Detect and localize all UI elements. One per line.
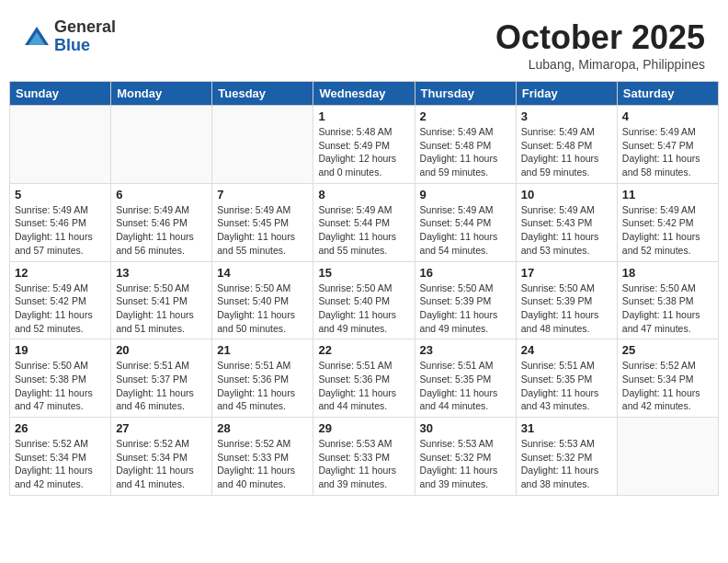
calendar-table: SundayMondayTuesdayWednesdayThursdayFrid… — [9, 81, 719, 496]
day-number: 15 — [318, 266, 409, 280]
day-number: 23 — [420, 343, 511, 357]
day-cell-26: 26Sunrise: 5:52 AMSunset: 5:34 PMDayligh… — [10, 418, 111, 496]
weekday-header-monday: Monday — [111, 82, 212, 106]
week-row-1: 1Sunrise: 5:48 AMSunset: 5:49 PMDaylight… — [10, 106, 719, 184]
day-info: Sunrise: 5:53 AMSunset: 5:32 PMDaylight:… — [420, 437, 511, 491]
logo-general-text: General — [54, 18, 116, 37]
week-row-4: 19Sunrise: 5:50 AMSunset: 5:38 PMDayligh… — [10, 339, 719, 418]
day-number: 25 — [622, 343, 713, 357]
calendar-title: October 2025 — [495, 18, 705, 57]
day-info: Sunrise: 5:52 AMSunset: 5:34 PMDaylight:… — [622, 359, 713, 413]
day-info: Sunrise: 5:52 AMSunset: 5:34 PMDaylight:… — [116, 437, 207, 491]
day-info: Sunrise: 5:48 AMSunset: 5:49 PMDaylight:… — [318, 125, 409, 179]
day-number: 17 — [521, 266, 612, 280]
day-cell-17: 17Sunrise: 5:50 AMSunset: 5:39 PMDayligh… — [516, 261, 617, 339]
day-number: 11 — [622, 188, 713, 201]
day-number: 19 — [15, 343, 106, 357]
day-info: Sunrise: 5:49 AMSunset: 5:46 PMDaylight:… — [15, 203, 106, 258]
day-number: 9 — [420, 188, 511, 201]
day-info: Sunrise: 5:49 AMSunset: 5:44 PMDaylight:… — [420, 203, 511, 258]
day-info: Sunrise: 5:49 AMSunset: 5:44 PMDaylight:… — [318, 203, 409, 258]
day-cell-31: 31Sunrise: 5:53 AMSunset: 5:32 PMDayligh… — [516, 418, 617, 496]
week-row-3: 12Sunrise: 5:49 AMSunset: 5:42 PMDayligh… — [10, 261, 719, 339]
day-info: Sunrise: 5:50 AMSunset: 5:38 PMDaylight:… — [622, 282, 713, 336]
day-number: 5 — [15, 188, 106, 201]
day-cell-24: 24Sunrise: 5:51 AMSunset: 5:35 PMDayligh… — [516, 339, 617, 418]
day-info: Sunrise: 5:50 AMSunset: 5:39 PMDaylight:… — [521, 282, 612, 336]
day-cell-11: 11Sunrise: 5:49 AMSunset: 5:42 PMDayligh… — [617, 183, 718, 261]
day-cell-22: 22Sunrise: 5:51 AMSunset: 5:36 PMDayligh… — [313, 339, 415, 418]
day-info: Sunrise: 5:51 AMSunset: 5:37 PMDaylight:… — [116, 359, 207, 413]
empty-cell — [212, 106, 313, 184]
day-cell-29: 29Sunrise: 5:53 AMSunset: 5:33 PMDayligh… — [313, 418, 415, 496]
day-info: Sunrise: 5:49 AMSunset: 5:47 PMDaylight:… — [622, 125, 713, 179]
day-number: 14 — [217, 266, 308, 280]
empty-cell — [111, 106, 212, 184]
weekday-header-thursday: Thursday — [415, 82, 516, 106]
day-cell-9: 9Sunrise: 5:49 AMSunset: 5:44 PMDaylight… — [415, 183, 516, 261]
weekday-header-friday: Friday — [516, 82, 617, 106]
day-cell-13: 13Sunrise: 5:50 AMSunset: 5:41 PMDayligh… — [111, 261, 212, 339]
week-row-5: 26Sunrise: 5:52 AMSunset: 5:34 PMDayligh… — [10, 418, 719, 496]
day-info: Sunrise: 5:51 AMSunset: 5:36 PMDaylight:… — [318, 359, 409, 413]
day-info: Sunrise: 5:49 AMSunset: 5:42 PMDaylight:… — [15, 282, 106, 336]
day-cell-30: 30Sunrise: 5:53 AMSunset: 5:32 PMDayligh… — [415, 418, 516, 496]
day-cell-2: 2Sunrise: 5:49 AMSunset: 5:48 PMDaylight… — [415, 106, 516, 184]
day-number: 18 — [622, 266, 713, 280]
day-cell-16: 16Sunrise: 5:50 AMSunset: 5:39 PMDayligh… — [415, 261, 516, 339]
day-number: 28 — [217, 421, 308, 435]
day-cell-25: 25Sunrise: 5:52 AMSunset: 5:34 PMDayligh… — [617, 339, 718, 418]
day-number: 20 — [116, 343, 207, 357]
weekday-header-saturday: Saturday — [617, 82, 718, 106]
day-number: 24 — [521, 343, 612, 357]
day-info: Sunrise: 5:50 AMSunset: 5:39 PMDaylight:… — [420, 282, 511, 336]
day-number: 26 — [15, 421, 106, 435]
day-cell-23: 23Sunrise: 5:51 AMSunset: 5:35 PMDayligh… — [415, 339, 516, 418]
day-info: Sunrise: 5:53 AMSunset: 5:32 PMDaylight:… — [521, 437, 612, 491]
day-number: 6 — [116, 188, 207, 201]
day-info: Sunrise: 5:49 AMSunset: 5:48 PMDaylight:… — [521, 125, 612, 179]
day-cell-10: 10Sunrise: 5:49 AMSunset: 5:43 PMDayligh… — [516, 183, 617, 261]
day-info: Sunrise: 5:49 AMSunset: 5:48 PMDaylight:… — [420, 125, 511, 179]
day-cell-28: 28Sunrise: 5:52 AMSunset: 5:33 PMDayligh… — [212, 418, 313, 496]
day-cell-3: 3Sunrise: 5:49 AMSunset: 5:48 PMDaylight… — [516, 106, 617, 184]
day-info: Sunrise: 5:49 AMSunset: 5:43 PMDaylight:… — [521, 203, 612, 258]
day-cell-21: 21Sunrise: 5:51 AMSunset: 5:36 PMDayligh… — [212, 339, 313, 418]
day-number: 13 — [116, 266, 207, 280]
day-number: 27 — [116, 421, 207, 435]
day-cell-20: 20Sunrise: 5:51 AMSunset: 5:37 PMDayligh… — [111, 339, 212, 418]
day-info: Sunrise: 5:52 AMSunset: 5:33 PMDaylight:… — [217, 437, 308, 491]
weekday-header-tuesday: Tuesday — [212, 82, 313, 106]
day-info: Sunrise: 5:50 AMSunset: 5:41 PMDaylight:… — [116, 282, 207, 336]
day-cell-8: 8Sunrise: 5:49 AMSunset: 5:44 PMDaylight… — [313, 183, 415, 261]
day-info: Sunrise: 5:51 AMSunset: 5:35 PMDaylight:… — [420, 359, 511, 413]
day-info: Sunrise: 5:52 AMSunset: 5:34 PMDaylight:… — [15, 437, 106, 491]
day-number: 21 — [217, 343, 308, 357]
day-cell-18: 18Sunrise: 5:50 AMSunset: 5:38 PMDayligh… — [617, 261, 718, 339]
logo-blue-text: Blue — [54, 37, 116, 55]
day-number: 8 — [318, 188, 409, 201]
calendar-subtitle: Lubang, Mimaropa, Philippines — [495, 57, 705, 72]
day-number: 2 — [420, 109, 511, 123]
day-number: 22 — [318, 343, 409, 357]
weekday-header-sunday: Sunday — [10, 82, 111, 106]
day-info: Sunrise: 5:53 AMSunset: 5:33 PMDaylight:… — [318, 437, 409, 491]
day-info: Sunrise: 5:51 AMSunset: 5:36 PMDaylight:… — [217, 359, 308, 413]
day-info: Sunrise: 5:50 AMSunset: 5:40 PMDaylight:… — [217, 282, 308, 336]
empty-cell — [617, 418, 718, 496]
day-number: 12 — [15, 266, 106, 280]
day-number: 3 — [521, 109, 612, 123]
day-cell-12: 12Sunrise: 5:49 AMSunset: 5:42 PMDayligh… — [10, 261, 111, 339]
logo: General Blue — [23, 18, 116, 55]
logo-icon — [23, 25, 51, 48]
day-info: Sunrise: 5:49 AMSunset: 5:46 PMDaylight:… — [116, 203, 207, 258]
day-cell-15: 15Sunrise: 5:50 AMSunset: 5:40 PMDayligh… — [313, 261, 415, 339]
weekday-header-wednesday: Wednesday — [313, 82, 415, 106]
day-info: Sunrise: 5:51 AMSunset: 5:35 PMDaylight:… — [521, 359, 612, 413]
day-number: 1 — [318, 109, 409, 123]
day-info: Sunrise: 5:49 AMSunset: 5:42 PMDaylight:… — [622, 203, 713, 258]
day-number: 16 — [420, 266, 511, 280]
day-cell-1: 1Sunrise: 5:48 AMSunset: 5:49 PMDaylight… — [313, 106, 415, 184]
day-cell-19: 19Sunrise: 5:50 AMSunset: 5:38 PMDayligh… — [10, 339, 111, 418]
title-block: October 2025 Lubang, Mimaropa, Philippin… — [495, 18, 705, 72]
